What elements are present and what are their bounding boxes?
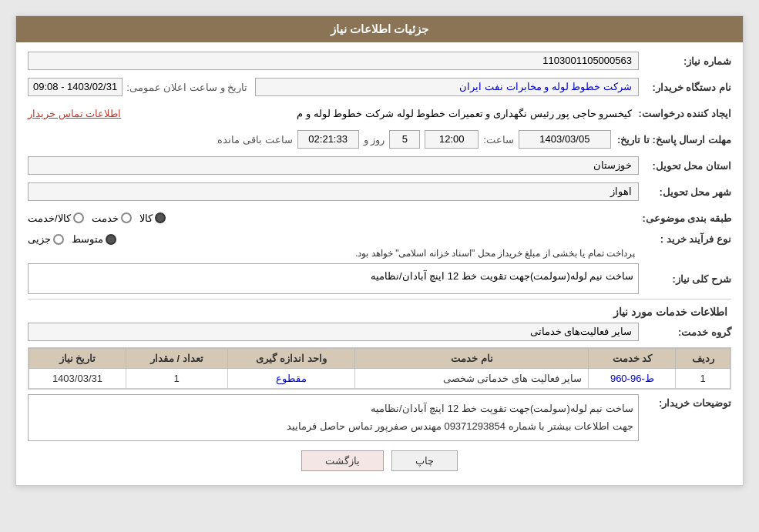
response-days-label: روز و [364, 134, 385, 146]
announcement-datetime-value: 1403/02/31 - 09:08 [28, 78, 123, 96]
announcement-datetime-label: تاریخ و ساعت اعلان عمومی: [126, 82, 247, 93]
province-row: استان محل تحویل: خوزستان [28, 155, 731, 176]
radio-item-small: جزیی [28, 233, 64, 245]
city-label: شهر محل تحویل: [639, 186, 731, 198]
radio-item-goods-service: کالا/خدمت [28, 212, 84, 224]
service-group-row: گروه خدمت: سایر فعالیت‌های خدماتی [28, 321, 731, 343]
purchase-type-row: نوع فرآیند خرید : جزیی متوسط پرداخت تمام… [28, 233, 731, 259]
radio-item-service: خدمت [92, 212, 132, 224]
cell-service-name: سایر فعالیت هاى خدماتی شخصی [355, 369, 589, 389]
response-date: 1403/03/05 [519, 130, 611, 149]
purchase-type-label: نوع فرآیند خرید : [639, 233, 731, 245]
purchase-type-content: جزیی متوسط پرداخت تمام یا بخشی از مبلغ خ… [28, 233, 639, 259]
service-table: ردیف کد خدمت نام خدمت واحد اندازه گیری ت… [29, 348, 730, 389]
buyer-org-label: نام دستگاه خریدار: [639, 82, 731, 93]
back-button[interactable]: بازگشت [301, 450, 384, 471]
buyer-notes-label: توضیحات خریدار: [639, 394, 731, 409]
main-container: جزئیات اطلاعات نیاز شماره نیاز: 11030011… [15, 15, 744, 486]
category-label: طبقه بندی موضوعی: [636, 212, 731, 224]
general-desc-label: شرح کلی نیاز: [639, 273, 731, 285]
response-deadline-row: مهلت ارسال پاسخ: تا تاریخ: 1403/03/05 سا… [28, 129, 731, 150]
print-button[interactable]: چاپ [391, 450, 458, 471]
province-label: استان محل تحویل: [639, 160, 731, 172]
response-deadline-label: مهلت ارسال پاسخ: تا تاریخ: [611, 134, 731, 146]
buttons-row: بازگشت چاپ [28, 450, 731, 471]
purchase-type-desc: پرداخت تمام یا بخشی از مبلغ خریداز محل "… [28, 248, 639, 259]
service-info-title: اطلاعات خدمات مورد نیاز [28, 306, 731, 318]
col-row-num: ردیف [676, 349, 730, 369]
content-area: شماره نیاز: 1103001105000563 نام دستگاه … [16, 42, 743, 485]
table-header-row: ردیف کد خدمت نام خدمت واحد اندازه گیری ت… [29, 349, 730, 369]
col-unit: واحد اندازه گیری [227, 349, 355, 369]
response-time: 12:00 [425, 130, 479, 149]
buyer-notes-line2: جهت اطلاعات بیشتر با شماره 09371293854 م… [33, 417, 633, 435]
province-value: خوزستان [28, 156, 639, 175]
category-row: طبقه بندی موضوعی: کالا/خدمت خدمت کالا [28, 207, 731, 229]
col-service-name: نام خدمت [355, 349, 589, 369]
need-number-value: 1103001105000563 [28, 52, 639, 70]
col-quantity: تعداد / مقدار [126, 349, 227, 369]
response-days: 5 [389, 130, 420, 149]
page-title: جزئیات اطلاعات نیاز [331, 22, 428, 35]
radio-medium-icon [106, 234, 116, 245]
service-table-container: ردیف کد خدمت نام خدمت واحد اندازه گیری ت… [28, 347, 731, 390]
category-radio-group: کالا/خدمت خدمت کالا [28, 212, 636, 224]
page-header: جزئیات اطلاعات نیاز [16, 16, 743, 42]
col-date: تاریخ نیاز [29, 349, 126, 369]
buyer-notes-value: ساخت نیم لوله(سولمت)جهت تقویت خط 12 اینچ… [28, 394, 639, 441]
cell-unit: مقطوع [227, 369, 355, 389]
response-deadline-group: 1403/03/05 ساعت: 12:00 5 روز و 02:21:33 … [28, 130, 611, 149]
buyer-notes-row: توضیحات خریدار: ساخت نیم لوله(سولمت)جهت … [28, 394, 731, 441]
contact-link[interactable]: اطلاعات تماس خریدار [28, 108, 121, 119]
need-number-label: شماره نیاز: [639, 55, 731, 67]
general-desc-value: ساخت نیم لوله(سولمت)جهت تقویت خط 12 اینچ… [28, 263, 639, 294]
cell-service-code: ط-96-960 [589, 369, 676, 389]
buyer-org-value: شرکت خطوط لوله و مخابرات نفت ایران [255, 78, 639, 96]
radio-item-medium: متوسط [72, 233, 116, 245]
cell-date: 1403/03/31 [29, 369, 126, 389]
radio-goods-service-icon [73, 212, 84, 223]
service-group-value: سایر فعالیت‌های خدماتی [28, 323, 639, 341]
creator-value: کیخسرو حاجی پور رئیس نگهداری و تعمیرات خ… [126, 108, 632, 119]
col-service-code: کد خدمت [589, 349, 676, 369]
creator-label: ایجاد کننده درخواست: [632, 108, 731, 119]
need-number-row: شماره نیاز: 1103001105000563 [28, 50, 731, 72]
buyer-org-row: نام دستگاه خریدار: شرکت خطوط لوله و مخاب… [28, 76, 731, 98]
city-value: اهواز [28, 182, 639, 201]
radio-goods-icon [155, 212, 166, 223]
remaining-label: ساعت باقی مانده [217, 134, 292, 146]
radio-small-icon [53, 234, 64, 245]
table-row: 1 ط-96-960 سایر فعالیت هاى خدماتی شخصی م… [29, 369, 730, 389]
purchase-type-radios: جزیی متوسط [28, 233, 639, 245]
remaining-time: 02:21:33 [297, 130, 359, 149]
response-time-label: ساعت: [483, 134, 514, 146]
general-desc-row: شرح کلی نیاز: ساخت نیم لوله(سولمت)جهت تق… [28, 263, 731, 294]
city-row: شهر محل تحویل: اهواز [28, 181, 731, 202]
cell-quantity: 1 [126, 369, 227, 389]
radio-item-goods: کالا [139, 212, 166, 224]
buyer-notes-line1: ساخت نیم لوله(سولمت)جهت تقویت خط 12 اینچ… [33, 400, 633, 417]
creator-row: ایجاد کننده درخواست: کیخسرو حاجی پور رئی… [28, 102, 731, 124]
radio-service-icon [121, 212, 132, 223]
service-group-label: گروه خدمت: [639, 326, 731, 338]
cell-row-num: 1 [676, 369, 730, 389]
